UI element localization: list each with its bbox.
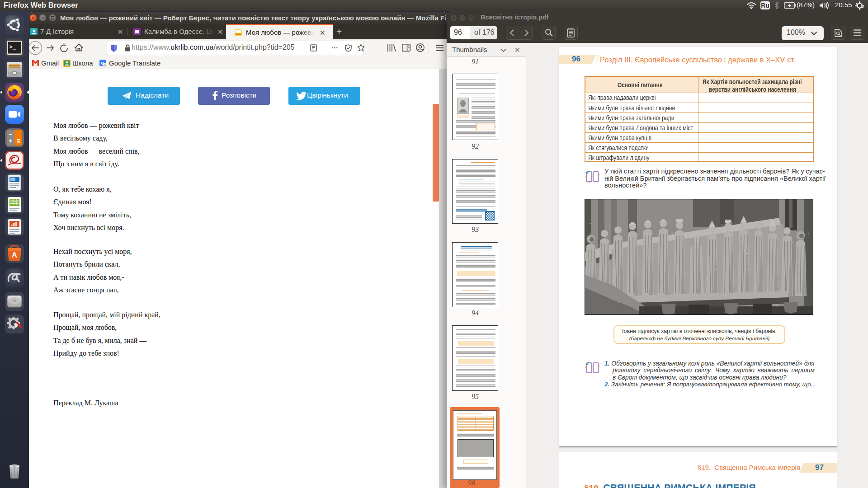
svg-text:>_: >_ [9,44,16,51]
svg-text:文: 文 [104,63,107,67]
svg-text:A: A [12,251,17,259]
